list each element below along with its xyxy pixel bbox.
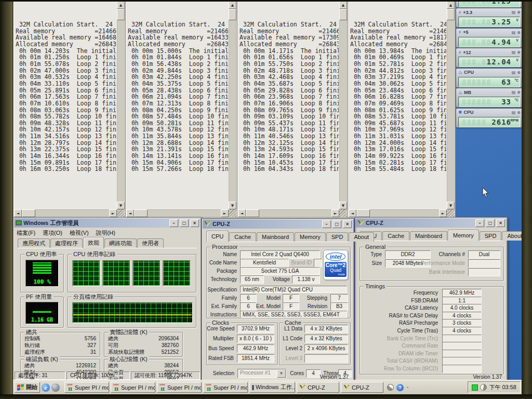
- vertical-scrollbar[interactable]: ▲ ▼: [447, 1, 455, 209]
- scroll-left-button[interactable]: ◄: [14, 209, 22, 217]
- cpuz-tab[interactable]: SPD: [480, 231, 502, 241]
- vertical-scrollbar[interactable]: ▲ ▼: [229, 1, 236, 209]
- cpuz-tab[interactable]: CPU: [206, 231, 229, 242]
- vertical-scrollbar[interactable]: ▲ ▼: [117, 1, 125, 209]
- taskbar-button-superpi[interactable]: Super PI / mod...: [203, 382, 248, 393]
- scroll-thumb[interactable]: [339, 9, 347, 20]
- maximize-button[interactable]: □: [180, 219, 189, 227]
- widget-close-button[interactable]: ⊗: [517, 70, 521, 75]
- taskman-tab[interactable]: 應用程式: [18, 238, 50, 248]
- close-button[interactable]: ×: [190, 219, 199, 227]
- widget-display-button[interactable]: ▤: [512, 50, 516, 55]
- maximize-button[interactable]: □: [332, 220, 341, 228]
- cpuz-tab[interactable]: About: [349, 232, 374, 242]
- cpuz-titlebar[interactable]: CPU-Z – □ ×: [356, 218, 507, 228]
- scroll-right-button[interactable]: ►: [439, 209, 447, 217]
- taskbar-button-cpuz[interactable]: CPU-Z: [297, 382, 339, 393]
- vertical-scrollbar[interactable]: ▲ ▼: [339, 1, 347, 209]
- volume-tray-icon[interactable]: [480, 384, 487, 391]
- hscroll-thumb[interactable]: [22, 209, 35, 217]
- minimize-button[interactable]: –: [322, 220, 331, 228]
- green-status-tray-icon[interactable]: [472, 384, 478, 391]
- widget-display-button[interactable]: ▤: [512, 10, 516, 15]
- widget-close-button[interactable]: ⊗: [517, 90, 521, 95]
- menu-options[interactable]: 選項(O): [43, 229, 62, 237]
- ie-icon[interactable]: e: [42, 383, 50, 392]
- widget-close-button[interactable]: ⊗: [517, 30, 521, 35]
- taskbar-button-cpuz[interactable]: CPU-Z: [341, 382, 383, 393]
- scroll-down-button[interactable]: ▼: [447, 202, 455, 209]
- widget-display-button[interactable]: ▤: [512, 30, 516, 35]
- taskman-tab[interactable]: 使用者: [137, 238, 164, 248]
- taskbar-button-superpi[interactable]: Super PI / mod...: [111, 382, 155, 393]
- minimize-button[interactable]: –: [475, 219, 484, 227]
- start-button[interactable]: 開始: [15, 382, 40, 393]
- scroll-down-button[interactable]: ▼: [339, 202, 347, 209]
- scroll-down-button[interactable]: ▼: [229, 202, 236, 209]
- cpuz-tab[interactable]: Cache: [382, 231, 409, 241]
- stat-label: 總共: [108, 362, 118, 369]
- scroll-right-button[interactable]: ►: [221, 209, 229, 217]
- scroll-left-button[interactable]: ◄: [126, 209, 134, 217]
- widget-close-button[interactable]: ⊗: [517, 50, 521, 55]
- widget-close-button[interactable]: ⊗: [517, 110, 521, 115]
- horizontal-scrollbar[interactable]: ◄ ►: [349, 209, 447, 217]
- horizontal-scrollbar[interactable]: ◄ ►: [238, 209, 339, 217]
- horizontal-scrollbar[interactable]: ◄ ►: [126, 209, 229, 217]
- taskman-titlebar[interactable]: Windows 工作管理員 – □ ×: [14, 218, 201, 228]
- taskbar-button-superpi[interactable]: Super PI / mod...: [157, 382, 202, 393]
- cpuz-tab[interactable]: SPD: [326, 232, 349, 242]
- scroll-up-button[interactable]: ▲: [229, 1, 236, 9]
- horizontal-scrollbar[interactable]: ◄ ►: [14, 209, 117, 217]
- scroll-thumb[interactable]: [229, 9, 236, 20]
- pi-output-line: 0h 11m 40.546s Loop 13 fin: [240, 133, 339, 140]
- resize-grip[interactable]: [229, 209, 236, 217]
- resize-grip[interactable]: [447, 209, 455, 217]
- cpuz-tab[interactable]: Memory: [448, 230, 479, 241]
- widget-display-button[interactable]: ▤: [512, 70, 516, 75]
- taskman-tab[interactable]: 效能: [83, 237, 104, 248]
- minimize-button[interactable]: –: [169, 219, 178, 227]
- maximize-button[interactable]: □: [486, 219, 495, 227]
- scroll-thumb[interactable]: [117, 9, 125, 20]
- ime-tray-icon[interactable]: [386, 383, 395, 392]
- cpuz-tab[interactable]: Memory: [295, 232, 326, 242]
- widget-display-button[interactable]: ▤: [512, 90, 516, 95]
- resize-grip[interactable]: [339, 209, 347, 217]
- close-button[interactable]: ×: [496, 219, 505, 227]
- widget-close-button[interactable]: ⊗: [517, 10, 521, 15]
- scroll-left-button[interactable]: ◄: [349, 209, 356, 217]
- scroll-up-button[interactable]: ▲: [447, 1, 455, 9]
- close-button[interactable]: ×: [343, 220, 352, 228]
- processor-select-dropdown[interactable]: Processor #1 ▼: [237, 369, 286, 378]
- hscroll-thumb[interactable]: [246, 209, 259, 217]
- stat-value: 2096304: [158, 335, 179, 342]
- hscroll-thumb[interactable]: [134, 209, 148, 217]
- timings-group: Timings Frequency 462.9 MHz FSB:DRAM 1:1…: [360, 286, 504, 375]
- widget-display-button[interactable]: ▤: [512, 110, 516, 115]
- network-tray-icon[interactable]: ⌁: [406, 385, 409, 390]
- taskbar-button-superpi[interactable]: Super PI / mod...: [64, 382, 109, 393]
- menu-file[interactable]: 檔案(F): [17, 229, 35, 237]
- scroll-thumb[interactable]: [447, 9, 455, 20]
- scroll-right-button[interactable]: ►: [331, 209, 339, 217]
- cpuz-tab[interactable]: Cache: [229, 232, 256, 242]
- cpuz-titlebar[interactable]: CPU-Z – □ ×: [203, 219, 353, 229]
- cpuz-tab[interactable]: Mainboard: [257, 232, 294, 242]
- resize-grip[interactable]: [117, 209, 125, 217]
- dropdown-arrow-icon[interactable]: ▼: [277, 369, 286, 378]
- menu-view[interactable]: 檢視(V): [70, 229, 89, 237]
- scroll-left-button[interactable]: ◄: [238, 209, 246, 217]
- scroll-down-button[interactable]: ▼: [117, 202, 125, 209]
- hscroll-thumb[interactable]: [356, 209, 370, 217]
- globe-icon[interactable]: [51, 383, 60, 392]
- taskbar-button-taskman[interactable]: Windows 工作...: [249, 382, 295, 393]
- help-tray-icon[interactable]: ?: [396, 384, 404, 391]
- scroll-up-button[interactable]: ▲: [339, 1, 347, 9]
- scroll-up-button[interactable]: ▲: [117, 1, 125, 9]
- taskman-tab[interactable]: 處理程序: [50, 238, 83, 248]
- cpuz-tab[interactable]: Mainboard: [410, 231, 447, 241]
- menu-help[interactable]: 說明(H): [96, 229, 115, 237]
- taskman-tab[interactable]: 網路功能: [104, 238, 137, 248]
- scroll-right-button[interactable]: ►: [109, 209, 117, 217]
